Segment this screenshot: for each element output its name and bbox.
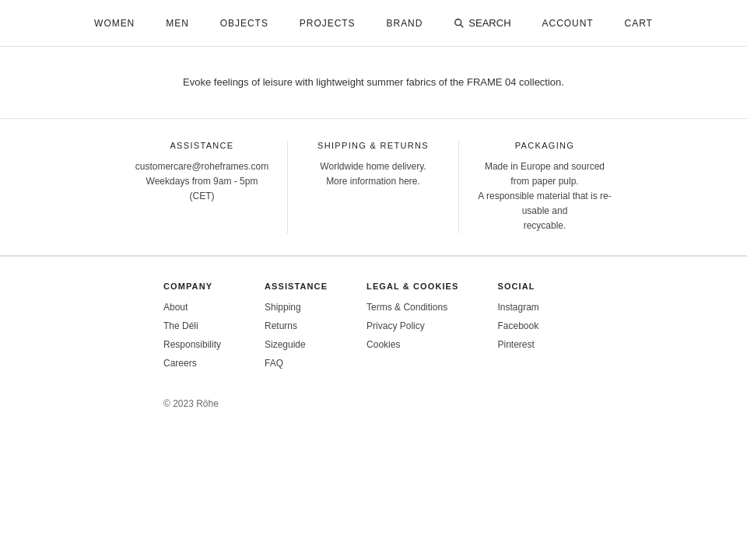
footer-link-terms[interactable]: Terms & Conditions: [366, 302, 458, 313]
info-assistance-title: ASSISTANCE: [132, 141, 272, 150]
footer-link-sizeguide[interactable]: Sizeguide: [265, 339, 328, 350]
nav-account[interactable]: ACCOUNT: [542, 18, 594, 29]
footer-link-responsibility[interactable]: Responsibility: [163, 339, 226, 350]
site-footer: COMPANY About The Déli Responsibility Ca…: [0, 256, 747, 428]
footer-link-deli[interactable]: The Déli: [163, 320, 226, 331]
nav-women[interactable]: WOMEN: [94, 18, 135, 29]
footer-company: COMPANY About The Déli Responsibility Ca…: [163, 282, 226, 376]
nav-men[interactable]: MEN: [166, 18, 189, 29]
footer-columns: COMPANY About The Déli Responsibility Ca…: [62, 282, 685, 376]
hero-text: Evoke feelings of leisure with lightweig…: [16, 75, 731, 90]
footer-link-returns[interactable]: Returns: [265, 320, 328, 331]
footer-link-shipping[interactable]: Shipping: [265, 302, 328, 313]
svg-point-0: [455, 19, 461, 25]
info-packaging-title: PACKAGING: [475, 141, 615, 150]
copyright: © 2023 Röhe: [62, 398, 685, 409]
footer-assistance-title: ASSISTANCE: [265, 282, 328, 291]
footer-link-careers[interactable]: Careers: [163, 358, 226, 369]
footer-social: SOCIAL Instagram Facebook Pinterest: [497, 282, 559, 376]
info-shipping: SHIPPING & RETURNS Worldwide home delive…: [288, 141, 459, 234]
info-packaging: PACKAGING Made in Europe and sourced fro…: [459, 141, 630, 234]
footer-link-facebook[interactable]: Facebook: [497, 320, 559, 331]
footer-link-privacy[interactable]: Privacy Policy: [366, 320, 458, 331]
info-assistance: ASSISTANCE customercare@roheframes.com W…: [117, 141, 288, 234]
info-section: ASSISTANCE customercare@roheframes.com W…: [0, 118, 747, 257]
search-icon: [454, 18, 465, 29]
info-shipping-text: Worldwide home delivery. More informatio…: [303, 159, 443, 189]
hero-section: Evoke feelings of leisure with lightweig…: [0, 47, 747, 118]
footer-legal: LEGAL & COOKIES Terms & Conditions Priva…: [366, 282, 458, 376]
nav-brand[interactable]: BRAND: [387, 18, 423, 29]
footer-legal-title: LEGAL & COOKIES: [366, 282, 458, 291]
info-shipping-title: SHIPPING & RETURNS: [303, 141, 443, 150]
nav-cart[interactable]: CART: [625, 18, 653, 29]
footer-link-about[interactable]: About: [163, 302, 226, 313]
footer-link-cookies[interactable]: Cookies: [366, 339, 458, 350]
info-packaging-text: Made in Europe and sourced from paper pu…: [475, 159, 615, 234]
main-nav: WOMEN MEN OBJECTS PROJECTS BRAND SEARCH …: [94, 17, 653, 29]
footer-link-pinterest[interactable]: Pinterest: [497, 339, 559, 350]
info-assistance-text: customercare@roheframes.com Weekdays fro…: [132, 159, 272, 205]
footer-social-title: SOCIAL: [497, 282, 559, 291]
search-button[interactable]: SEARCH: [454, 17, 510, 29]
site-header: WOMEN MEN OBJECTS PROJECTS BRAND SEARCH …: [0, 0, 747, 47]
svg-line-1: [461, 24, 464, 27]
nav-objects[interactable]: OBJECTS: [220, 18, 268, 29]
footer-link-instagram[interactable]: Instagram: [497, 302, 559, 313]
nav-projects[interactable]: PROJECTS: [300, 18, 356, 29]
search-label: SEARCH: [468, 17, 510, 29]
footer-assistance: ASSISTANCE Shipping Returns Sizeguide FA…: [265, 282, 328, 376]
footer-company-title: COMPANY: [163, 282, 226, 291]
footer-link-faq[interactable]: FAQ: [265, 358, 328, 369]
